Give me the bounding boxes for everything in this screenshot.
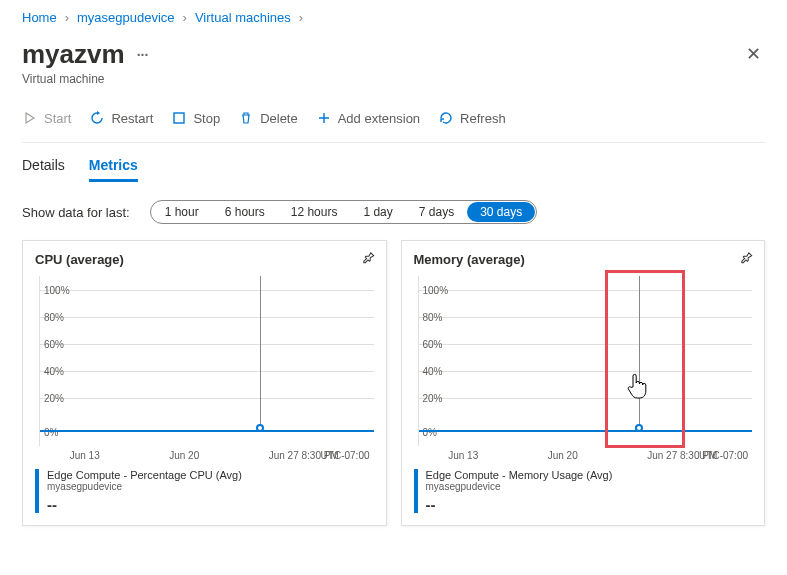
data-point-marker — [635, 424, 643, 432]
crosshair-line — [639, 276, 640, 432]
chart-legend: Edge Compute - Percentage CPU (Avg) myas… — [35, 469, 374, 513]
breadcrumb-vms[interactable]: Virtual machines — [195, 10, 291, 25]
pin-icon[interactable] — [356, 249, 378, 271]
memory-series-line — [419, 430, 753, 432]
ytick: 100% — [423, 284, 449, 295]
range-12hours[interactable]: 12 hours — [278, 202, 351, 222]
tab-metrics[interactable]: Metrics — [89, 157, 138, 182]
time-range-picker: 1 hour 6 hours 12 hours 1 day 7 days 30 … — [150, 200, 538, 224]
cpu-plot-area[interactable]: 100% 80% 60% 40% 20% 0% — [39, 276, 374, 446]
ytick: 40% — [423, 366, 443, 377]
breadcrumb: Home › myasegpudevice › Virtual machines… — [22, 10, 765, 25]
ytick: 40% — [44, 366, 64, 377]
legend-series-label: Edge Compute - Percentage CPU (Avg) — [47, 469, 242, 481]
crosshair-line — [260, 276, 261, 432]
ytick: 20% — [423, 393, 443, 404]
timezone-label: UTC-07:00 — [699, 450, 748, 461]
ytick: 60% — [44, 339, 64, 350]
toolbar: Start Restart Stop Delete Add extension … — [22, 102, 765, 143]
range-30days[interactable]: 30 days — [467, 202, 535, 222]
stop-icon — [171, 110, 187, 126]
range-label: Show data for last: — [22, 205, 130, 220]
restart-icon — [89, 110, 105, 126]
legend-sub-label: myasegpudevice — [426, 481, 613, 492]
chart-title: Memory (average) — [414, 252, 525, 267]
memory-chart-card[interactable]: Memory (average) 100% 80% 60% 40% 20% 0%… — [401, 240, 766, 526]
data-point-marker — [256, 424, 264, 432]
resource-type-label: Virtual machine — [22, 72, 742, 86]
page-title: myazvm ··· — [22, 39, 148, 70]
chevron-right-icon: › — [65, 10, 69, 25]
legend-value: -- — [47, 496, 242, 513]
delete-button[interactable]: Delete — [238, 110, 298, 126]
legend-color-icon — [414, 469, 418, 513]
range-1day[interactable]: 1 day — [350, 202, 405, 222]
xtick: Jun 13 — [448, 450, 478, 461]
pin-icon[interactable] — [734, 249, 756, 271]
play-icon — [22, 110, 38, 126]
stop-button[interactable]: Stop — [171, 110, 220, 126]
legend-value: -- — [426, 496, 613, 513]
breadcrumb-device[interactable]: myasegpudevice — [77, 10, 175, 25]
chart-legend: Edge Compute - Memory Usage (Avg) myaseg… — [414, 469, 753, 513]
legend-sub-label: myasegpudevice — [47, 481, 242, 492]
chart-title: CPU (average) — [35, 252, 124, 267]
breadcrumb-home[interactable]: Home — [22, 10, 57, 25]
restart-button[interactable]: Restart — [89, 110, 153, 126]
plus-icon — [316, 110, 332, 126]
ytick: 20% — [44, 393, 64, 404]
highlight-annotation — [605, 270, 685, 448]
close-icon: ✕ — [746, 44, 761, 64]
tabs: Details Metrics — [22, 157, 765, 182]
range-6hours[interactable]: 6 hours — [212, 202, 278, 222]
legend-series-label: Edge Compute - Memory Usage (Avg) — [426, 469, 613, 481]
xtick: Jun 20 — [548, 450, 578, 461]
xtick: Jun 13 — [70, 450, 100, 461]
add-extension-button[interactable]: Add extension — [316, 110, 420, 126]
range-7days[interactable]: 7 days — [406, 202, 467, 222]
ytick: 80% — [44, 311, 64, 322]
cpu-chart-card[interactable]: CPU (average) 100% 80% 60% 40% 20% 0% Ju… — [22, 240, 387, 526]
cpu-series-line — [40, 430, 374, 432]
ytick: 80% — [423, 311, 443, 322]
ytick: 0% — [44, 427, 58, 438]
xtick: Jun 20 — [169, 450, 199, 461]
tab-details[interactable]: Details — [22, 157, 65, 182]
x-axis: Jun 13 Jun 20 Jun 27 8:30 PM UTC-07:00 — [414, 450, 753, 461]
memory-plot-area[interactable]: 100% 80% 60% 40% 20% 0% — [418, 276, 753, 446]
timezone-label: UTC-07:00 — [321, 450, 370, 461]
refresh-icon — [438, 110, 454, 126]
chevron-right-icon: › — [299, 10, 303, 25]
ytick: 60% — [423, 339, 443, 350]
start-button: Start — [22, 110, 71, 126]
ytick: 0% — [423, 427, 437, 438]
svg-rect-0 — [174, 113, 184, 123]
legend-color-icon — [35, 469, 39, 513]
chevron-right-icon: › — [183, 10, 187, 25]
range-1hour[interactable]: 1 hour — [152, 202, 212, 222]
refresh-button[interactable]: Refresh — [438, 110, 506, 126]
x-axis: Jun 13 Jun 20 Jun 27 8:30 PM UTC-07:00 — [35, 450, 374, 461]
ytick: 100% — [44, 284, 70, 295]
close-button[interactable]: ✕ — [742, 39, 765, 69]
trash-icon — [238, 110, 254, 126]
more-icon[interactable]: ··· — [137, 47, 149, 63]
